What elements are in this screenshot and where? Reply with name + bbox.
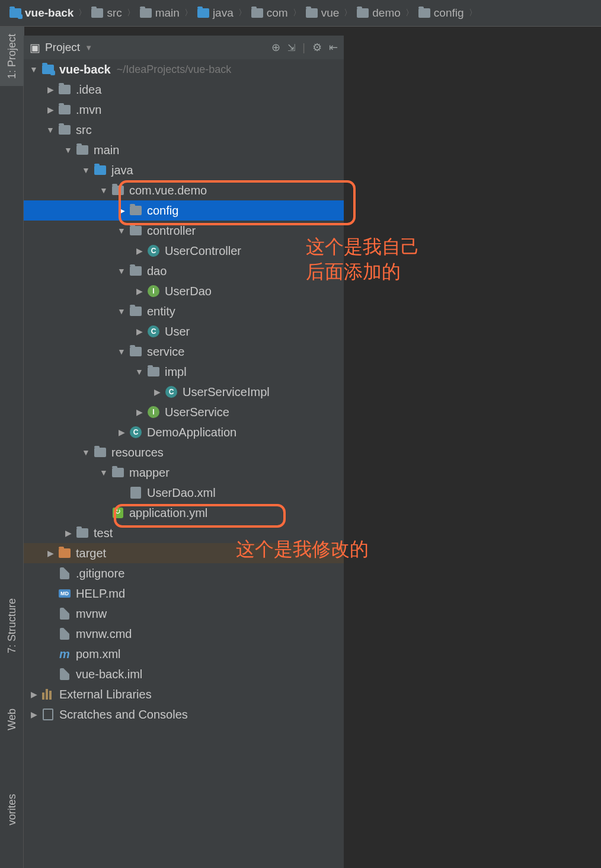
breadcrumb-item[interactable]: src [88,7,125,20]
project-tree[interactable]: vue-back~/IdeaProjects/vue-back .idea .m… [24,59,344,868]
annotation-text-added: 这个是我自己 后面添加的 [306,235,420,284]
tree-package-service[interactable]: service [24,342,344,362]
breadcrumb-item[interactable]: demo [353,7,404,20]
project-view-icon: ▣ [30,41,40,55]
tree-folder-main[interactable]: main [24,140,344,160]
dropdown-icon[interactable]: ▼ [85,43,92,52]
tree-file-xml[interactable]: UserDao.xml [24,483,344,503]
tree-interface[interactable]: IUserService [24,402,344,422]
tree-class-app[interactable]: CDemoApplication [24,422,344,442]
tree-package-entity[interactable]: entity [24,301,344,321]
sidebar-tabs: 1: Project 7: Structure Web vorites [0,27,24,868]
tree-interface[interactable]: IUserDao [24,281,344,301]
tree-package-impl[interactable]: impl [24,362,344,382]
tree-scratches[interactable]: Scratches and Consoles [24,704,344,725]
tree-file[interactable]: mvnw [24,604,344,624]
breadcrumb-bar: vue-back〉 src〉 main〉 java〉 com〉 vue〉 dem… [0,0,601,27]
breadcrumb-item[interactable]: main [136,7,183,20]
project-view-label[interactable]: Project [45,41,80,54]
tree-class[interactable]: CUser [24,321,344,342]
locate-icon[interactable] [271,41,280,54]
hide-icon[interactable] [329,41,338,54]
tree-folder-src[interactable]: src [24,120,344,140]
gear-icon[interactable] [312,41,322,54]
sidebar-tab-web[interactable]: Web [0,701,24,738]
tree-external-libraries[interactable]: External Libraries [24,684,344,704]
tree-folder-mapper[interactable]: mapper [24,462,344,483]
breadcrumb-item[interactable]: config [415,7,468,20]
tree-folder-java[interactable]: java [24,160,344,180]
expand-icon[interactable]: ⇲ [287,42,295,53]
tree-class[interactable]: CUserServiceImpl [24,382,344,402]
breadcrumb-item[interactable]: vue [302,7,343,20]
tree-file-pom[interactable]: mpom.xml [24,644,344,664]
tree-package-config[interactable]: config [24,200,344,221]
tree-class[interactable]: CUserController [24,241,344,261]
tree-package[interactable]: com.vue.demo [24,180,344,200]
sidebar-tab-favorites[interactable]: vorites [0,787,24,832]
tree-folder-idea[interactable]: .idea [24,79,344,100]
sidebar-tab-structure[interactable]: 7: Structure [0,591,24,660]
tree-package-controller[interactable]: controller [24,221,344,241]
breadcrumb-item[interactable]: vue-back [6,7,77,20]
tree-file-yml[interactable]: application.yml [24,503,344,523]
tree-root[interactable]: vue-back~/IdeaProjects/vue-back [24,59,344,79]
breadcrumb-item[interactable]: com [248,7,292,20]
tree-file[interactable]: .gitignore [24,563,344,583]
breadcrumb-item[interactable]: java [194,7,237,20]
tree-folder-mvn[interactable]: .mvn [24,100,344,120]
tree-folder-resources[interactable]: resources [24,442,344,462]
tree-file-md[interactable]: MDHELP.md [24,583,344,604]
annotation-text-modified: 这个是我修改的 [236,537,369,562]
tree-file-iml[interactable]: vue-back.iml [24,664,344,684]
tree-file[interactable]: mvnw.cmd [24,624,344,644]
project-panel-header: ▣ Project ▼ ⇲ | [24,36,344,59]
tree-package-dao[interactable]: dao [24,261,344,281]
sidebar-tab-project[interactable]: 1: Project [0,27,24,86]
